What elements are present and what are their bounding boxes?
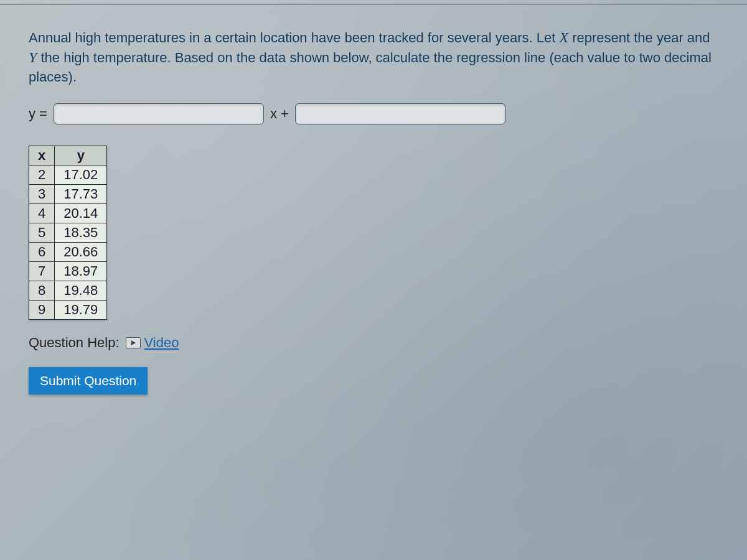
table-row: 718.97 [29,262,107,281]
cell-y: 18.97 [55,262,107,281]
cell-x: 8 [29,281,55,301]
video-icon [126,337,141,348]
cell-x: 4 [29,204,55,223]
cell-x: 6 [29,243,55,262]
table-row: 317.73 [29,185,107,204]
table-row: 620.66 [29,243,107,262]
table-row: 217.02 [29,166,107,185]
variable-x: X [559,29,568,45]
cell-x: 5 [29,223,55,243]
cell-x: 3 [29,185,55,204]
cell-x: 2 [29,166,55,185]
x-plus-label: x + [270,106,289,122]
table-row: 919.79 [29,301,107,320]
y-equals-label: y = [29,106,47,122]
cell-x: 7 [29,262,55,281]
data-table: x y 217.02317.73420.14518.35620.66718.97… [29,146,107,320]
cell-y: 19.79 [55,301,107,320]
question-help-row: Question Help: Video [29,335,718,351]
table-row: 518.35 [29,223,107,243]
cell-x: 9 [29,301,55,320]
submit-button[interactable]: Submit Question [29,367,148,394]
cell-y: 18.35 [55,223,107,243]
cell-y: 19.48 [55,281,107,301]
cell-y: 17.73 [55,185,107,204]
question-prompt: Annual high temperatures in a certain lo… [29,27,713,86]
video-link[interactable]: Video [126,335,179,351]
submit-label: Submit Question [40,373,136,388]
video-link-text: Video [144,335,179,351]
header-x: x [29,146,55,166]
cell-y: 20.14 [55,204,107,223]
slope-input[interactable] [54,103,264,124]
question-content: Annual high temperatures in a certain lo… [0,0,747,419]
intercept-input[interactable] [295,103,505,124]
table-header-row: x y [29,146,107,166]
equation-row: y = x + [29,103,718,124]
variable-y: Y [29,49,37,65]
table-row: 420.14 [29,204,107,223]
cell-y: 17.02 [55,166,107,185]
header-y: y [55,146,107,166]
prompt-text: Annual high temperatures in a certain lo… [29,30,712,85]
table-row: 819.48 [29,281,107,301]
cell-y: 20.66 [55,243,107,262]
help-label: Question Help: [29,335,120,351]
